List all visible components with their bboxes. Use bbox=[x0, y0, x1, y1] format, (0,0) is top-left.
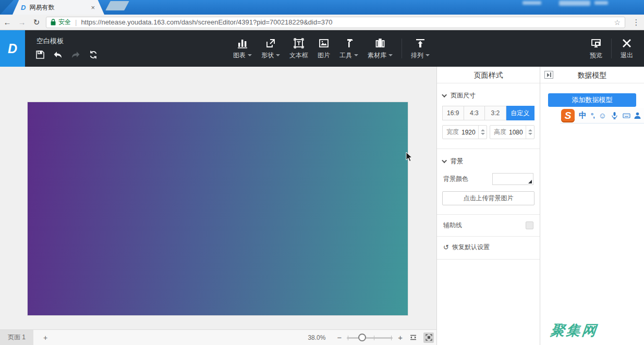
background-color-swatch[interactable] bbox=[492, 173, 533, 185]
sogou-logo-icon[interactable]: S bbox=[561, 109, 575, 122]
background-section-header[interactable]: 背景 bbox=[443, 157, 533, 166]
chevron-down-icon bbox=[354, 54, 358, 56]
ratio-4-3-button[interactable]: 4:3 bbox=[464, 106, 485, 120]
exit-x-icon bbox=[621, 38, 633, 49]
zoom-in-icon[interactable]: + bbox=[398, 333, 403, 342]
microphone-icon[interactable] bbox=[611, 112, 618, 119]
width-field[interactable]: 宽度 1920 bbox=[442, 125, 487, 139]
url-text[interactable]: https://netease.youdata.163.com/dash/scr… bbox=[81, 18, 611, 26]
back-icon[interactable]: ← bbox=[0, 18, 15, 27]
menu-item-tools[interactable]: 工具 bbox=[335, 30, 363, 67]
user-icon[interactable] bbox=[634, 112, 641, 119]
preview-monitor-icon bbox=[590, 38, 602, 49]
new-tab-button[interactable] bbox=[105, 1, 129, 10]
zoom-slider[interactable] bbox=[347, 334, 393, 342]
save-icon[interactable] bbox=[35, 50, 45, 59]
background-color-label: 背景颜色 bbox=[443, 175, 492, 183]
slider-tick bbox=[348, 336, 348, 340]
menu-item-charts[interactable]: 图表 bbox=[228, 30, 257, 67]
url-bar[interactable]: 安全 | https://netease.youdata.163.com/das… bbox=[46, 17, 625, 28]
keyboard-icon[interactable] bbox=[623, 112, 630, 119]
app-toolbar: D 空白模板 bbox=[0, 30, 644, 67]
menu-item-library[interactable]: 素材库 bbox=[363, 30, 397, 67]
page-size-section-header[interactable]: 页面尺寸 bbox=[443, 91, 533, 100]
app-logo[interactable]: D bbox=[0, 30, 25, 67]
ratio-custom-button[interactable]: 自定义 bbox=[506, 106, 534, 120]
watermark: 聚集网 bbox=[550, 321, 599, 340]
style-panel-title: 页面样式 bbox=[437, 67, 540, 83]
background-window-glimpse bbox=[594, 1, 608, 5]
add-data-model-button[interactable]: 添加数据模型 bbox=[548, 93, 636, 107]
browser-menu-icon[interactable]: ⋮ bbox=[628, 18, 644, 27]
reload-icon[interactable]: ↻ bbox=[29, 18, 44, 27]
swatch-corner-marker bbox=[528, 180, 532, 183]
section-divider bbox=[437, 214, 540, 215]
ratio-16-9-button[interactable]: 16:9 bbox=[442, 106, 464, 120]
slider-track[interactable] bbox=[347, 337, 393, 339]
add-page-button[interactable]: + bbox=[33, 330, 57, 345]
chinese-mode-icon[interactable]: 中 bbox=[579, 110, 587, 120]
exit-button[interactable]: 退出 bbox=[616, 30, 638, 67]
step-up-icon[interactable] bbox=[528, 129, 532, 131]
reset-defaults-button[interactable]: ↺ 恢复默认设置 bbox=[443, 243, 533, 252]
url-divider: | bbox=[75, 18, 77, 26]
height-value[interactable]: 1080 bbox=[509, 129, 526, 136]
zoom-out-icon[interactable]: − bbox=[337, 333, 342, 342]
punctuation-icon[interactable]: °, bbox=[591, 112, 594, 119]
step-up-icon[interactable] bbox=[481, 129, 485, 131]
menu-item-image[interactable]: 图片 bbox=[313, 30, 335, 67]
forward-icon[interactable]: → bbox=[15, 18, 29, 27]
menu-label: 图表 bbox=[233, 51, 246, 60]
browser-tab[interactable]: D 网易有数 × bbox=[13, 0, 104, 15]
header-right-actions: 预览 退出 bbox=[585, 30, 638, 67]
height-field[interactable]: 高度 1080 bbox=[490, 125, 534, 139]
redo-icon[interactable] bbox=[71, 50, 80, 59]
step-down-icon[interactable] bbox=[481, 133, 485, 135]
dashboard-canvas[interactable] bbox=[28, 102, 408, 315]
width-value[interactable]: 1920 bbox=[461, 129, 478, 136]
exit-label: 退出 bbox=[621, 51, 633, 60]
menu-item-arrange[interactable]: 排列 bbox=[406, 30, 434, 67]
ratio-button-group: 16:9 4:3 3:2 自定义 bbox=[442, 106, 534, 120]
arrange-icon bbox=[415, 38, 426, 49]
slider-tick bbox=[374, 336, 374, 340]
step-down-icon[interactable] bbox=[528, 133, 532, 135]
guides-checkbox[interactable] bbox=[526, 221, 533, 229]
page-size-label: 页面尺寸 bbox=[451, 91, 476, 100]
textbox-icon bbox=[293, 38, 305, 49]
chevron-down-icon bbox=[442, 158, 447, 163]
height-label: 高度 bbox=[494, 128, 506, 137]
tab-close-icon[interactable]: × bbox=[91, 4, 95, 11]
bar-chart-icon bbox=[237, 38, 248, 49]
collapse-panel-icon[interactable] bbox=[544, 71, 553, 79]
size-inputs-row: 宽度 1920 高度 1080 bbox=[442, 125, 534, 139]
menu-item-textbox[interactable]: 文本框 bbox=[285, 30, 313, 67]
emoji-icon[interactable]: ☺ bbox=[599, 111, 606, 120]
titlebar-corner-shade bbox=[0, 0, 14, 15]
sync-icon[interactable] bbox=[89, 50, 98, 59]
app-logo-letter: D bbox=[8, 41, 17, 56]
preview-button[interactable]: 预览 bbox=[585, 30, 607, 67]
width-label: 宽度 bbox=[446, 128, 459, 137]
height-stepper[interactable] bbox=[526, 126, 534, 139]
page-tab[interactable]: 页面 1 bbox=[0, 330, 33, 345]
guides-label: 辅助线 bbox=[443, 221, 526, 230]
fit-screen-button[interactable] bbox=[423, 332, 434, 343]
chevron-down-icon bbox=[276, 54, 280, 56]
shape-icon bbox=[265, 38, 276, 49]
slider-handle[interactable] bbox=[358, 334, 366, 341]
bookmark-star-icon[interactable]: ☆ bbox=[614, 18, 621, 27]
width-stepper[interactable] bbox=[478, 126, 487, 139]
menu-item-shapes[interactable]: 形状 bbox=[257, 30, 285, 67]
mouse-cursor bbox=[406, 152, 413, 163]
chevron-down-icon bbox=[442, 92, 447, 97]
guides-row: 辅助线 bbox=[443, 221, 533, 230]
fit-width-button[interactable] bbox=[408, 332, 418, 343]
upload-background-button[interactable]: 点击上传背景图片 bbox=[442, 191, 534, 205]
undo-icon[interactable] bbox=[53, 50, 63, 59]
menu-label: 文本框 bbox=[289, 51, 308, 60]
insert-menu: 图表 形状 文本框 图片 bbox=[228, 30, 434, 67]
tab-favicon: D bbox=[21, 4, 26, 11]
ratio-3-2-button[interactable]: 3:2 bbox=[485, 106, 506, 120]
hammer-icon bbox=[343, 38, 355, 49]
